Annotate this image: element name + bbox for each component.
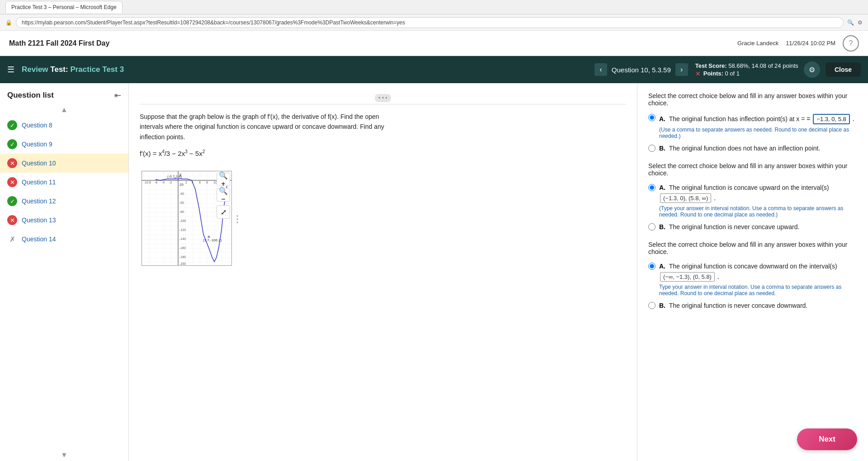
option-3a-content: A. The original function is concave down… xyxy=(659,262,857,296)
next-button[interactable]: Next xyxy=(797,428,857,450)
next-question-button[interactable]: › xyxy=(675,63,688,76)
collapse-bar[interactable]: • • • xyxy=(140,92,626,104)
option-1a-period: . xyxy=(853,115,854,122)
option-3a-text: The original function is concave downwar… xyxy=(669,263,837,270)
points-x-icon: ✕ xyxy=(695,70,701,77)
hamburger-icon[interactable]: ☰ xyxy=(7,65,14,75)
nav-title: Review Test: Practice Test 3 xyxy=(22,65,587,74)
radio-2a[interactable] xyxy=(648,184,656,191)
zoom-in-button[interactable]: 🔍+ xyxy=(217,173,230,186)
check-correct-icon: ✓ xyxy=(7,196,17,206)
review-label: Review xyxy=(22,65,48,74)
answer-2a-interval: (−1.3, 0), (5.8, ∞) xyxy=(660,193,711,203)
sidebar-item-label: Question 12 xyxy=(22,198,56,205)
close-button[interactable]: Close xyxy=(826,62,861,77)
radio-3a[interactable] xyxy=(648,263,656,270)
expand-graph-button[interactable]: ⤢ xyxy=(217,205,230,219)
points-value: 0 of 1 xyxy=(725,70,740,77)
radio-2b[interactable] xyxy=(648,223,656,230)
option-2a-content: A. The original function is concave upwa… xyxy=(659,183,857,218)
prev-question-button[interactable]: ‹ xyxy=(594,63,607,76)
scroll-up-arrow-icon: ▲ xyxy=(61,106,68,114)
check-correct-icon: ✓ xyxy=(7,120,17,130)
radio-1b[interactable] xyxy=(648,145,656,152)
answer-option-3b: B. The original function is never concav… xyxy=(648,301,857,310)
question-content: • • • Suppose that the graph below is th… xyxy=(129,83,637,461)
app-header: Math 2121 Fall 2024 First Day Gracie Lan… xyxy=(0,31,868,56)
answer-option-1b: B. The original function does not have a… xyxy=(648,144,857,153)
sidebar-item-label: Question 10 xyxy=(22,160,56,167)
test-score-value: 58.68%, 14.08 of 24 points xyxy=(728,62,798,69)
user-name: Gracie Landeck xyxy=(737,40,778,47)
url-display[interactable]: https://mylab.pearson.com/Student/Player… xyxy=(16,17,844,28)
section3-instruction: Select the correct choice below and fill… xyxy=(648,241,857,255)
scroll-up-indicator: ▲ xyxy=(0,104,128,116)
address-bar: 🔒 https://mylab.pearson.com/Student/Play… xyxy=(0,14,868,31)
nav-bar: ☰ Review Test: Practice Test 3 ‹ Questio… xyxy=(0,56,868,83)
answer-1a-value: −1.3, 0, 5.8 xyxy=(813,114,849,124)
answer-option-2b: B. The original function is never concav… xyxy=(648,222,857,232)
option-3b-label: B. xyxy=(659,302,665,309)
option-1b-content: B. The original function does not have a… xyxy=(659,144,820,153)
drag-handle[interactable] xyxy=(236,215,238,223)
option-2a-label: A. xyxy=(659,184,665,191)
settings-icon: ⚙ xyxy=(858,19,863,26)
answer-option-1a: A. The original function has inflection … xyxy=(648,113,857,139)
svg-text:-120: -120 xyxy=(179,228,186,231)
option-1b-text: The original function does not have an i… xyxy=(669,145,821,152)
sidebar-item-q10[interactable]: ✕ Question 10 xyxy=(0,154,128,173)
check-incorrect-icon: ✕ xyxy=(7,158,17,168)
sidebar-item-q12[interactable]: ✓ Question 12 xyxy=(0,192,128,211)
formula-x4: x4 xyxy=(159,150,165,157)
help-button[interactable]: ? xyxy=(843,35,859,52)
browser-title-bar: Practice Test 3 – Personal – Microsoft E… xyxy=(0,0,868,14)
option-1a-equals: = xyxy=(807,115,812,122)
points-label: Points: 0 of 1 xyxy=(703,70,740,77)
option-2b-label: B. xyxy=(659,223,665,230)
settings-button[interactable]: ⚙ xyxy=(804,61,820,78)
svg-text:-4: -4 xyxy=(162,181,165,184)
hint-2a: (Type your answer in interval notation. … xyxy=(659,205,857,218)
hint-3a: Type your answer in interval notation. U… xyxy=(659,284,857,296)
radio-3b[interactable] xyxy=(648,302,656,309)
browser-tab[interactable]: Practice Test 3 – Personal – Microsoft E… xyxy=(5,1,123,13)
sidebar-item-q9[interactable]: ✓ Question 9 xyxy=(0,135,128,154)
sidebar-item-q14[interactable]: ✗ Question 14 xyxy=(0,230,128,249)
radio-1a[interactable] xyxy=(648,114,656,121)
sidebar-item-q8[interactable]: ✓ Question 8 xyxy=(0,116,128,135)
drag-dot xyxy=(236,215,238,217)
point2-dot xyxy=(208,236,210,238)
sidebar-header: Question list ⇤ xyxy=(0,83,128,104)
sidebar-item-q11[interactable]: ✕ Question 11 xyxy=(0,173,128,192)
nav-right: Test Score: 58.68%, 14.08 of 24 points ✕… xyxy=(695,61,861,78)
next-button-container: Next xyxy=(797,428,857,450)
sidebar-item-q13[interactable]: ✕ Question 13 xyxy=(0,211,128,230)
main-layout: Question list ⇤ ▲ ✓ Question 8 ✓ Questio… xyxy=(0,83,868,461)
sidebar-item-label: Question 9 xyxy=(22,141,52,148)
zoom-out-button[interactable]: 🔍− xyxy=(217,188,230,202)
app-title: Math 2121 Fall 2024 First Day xyxy=(9,39,109,47)
svg-text:-200: -200 xyxy=(179,262,186,265)
collapse-handle[interactable]: • • • xyxy=(375,94,391,102)
option-3a-label: A. xyxy=(659,263,665,270)
svg-text:-40: -40 xyxy=(179,192,184,195)
svg-text:(3.7,-106.2): (3.7,-106.2) xyxy=(203,238,222,242)
score-label-text: Test Score: xyxy=(695,62,728,69)
option-1a-content: A. The original function has inflection … xyxy=(659,113,857,139)
question-text: Suppose that the graph below is the grap… xyxy=(140,112,393,142)
svg-text:6: 6 xyxy=(199,181,201,184)
formula-display: f'(x) = x4/3 − 2x3 − 5x2 xyxy=(140,149,626,157)
answer-section-2: Select the correct choice below and fill… xyxy=(648,162,857,232)
drag-dot xyxy=(236,221,238,223)
sidebar-item-label: Question 14 xyxy=(22,235,56,243)
lock-icon: 🔒 xyxy=(5,19,12,26)
option-2a-period: . xyxy=(714,194,716,202)
answer-3a-interval: (−∞, −1.3), (0, 5.8) xyxy=(660,272,715,282)
svg-text:-160: -160 xyxy=(179,246,186,249)
header-right: Gracie Landeck 11/26/24 10:02 PM ? xyxy=(737,35,859,52)
option-2a-text: The original function is concave upward … xyxy=(669,184,829,191)
section1-instruction: Select the correct choice below and fill… xyxy=(648,92,857,107)
sidebar-collapse-button[interactable]: ⇤ xyxy=(114,90,121,100)
svg-text:-140: -140 xyxy=(179,237,186,240)
browser-tab-title: Practice Test 3 – Personal – Microsoft E… xyxy=(11,4,117,10)
